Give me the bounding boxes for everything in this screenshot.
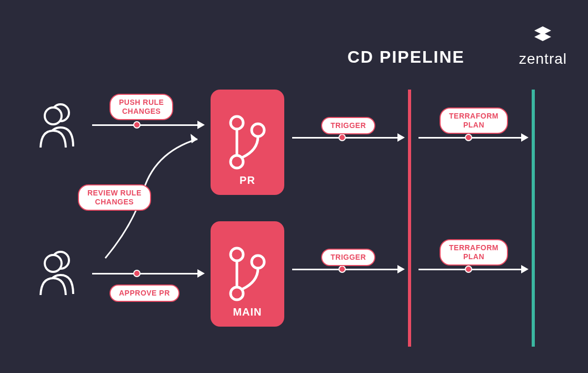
users-icon-bottom [34, 248, 79, 295]
flow-dot [465, 134, 472, 141]
flow-dot [133, 121, 141, 129]
brand-logo: zentral [519, 26, 567, 67]
arrow-head [397, 133, 405, 142]
zentral-logo-icon [530, 26, 555, 47]
label-trigger-2: TRIGGER [321, 249, 375, 266]
svg-point-9 [231, 287, 243, 300]
svg-point-5 [252, 124, 264, 136]
svg-point-6 [231, 155, 243, 168]
arrow-head [397, 265, 405, 273]
git-pr-card: PR [211, 90, 284, 195]
git-pr-label: PR [240, 174, 255, 186]
git-main-card: MAIN [211, 221, 284, 327]
flow-dot [338, 134, 346, 141]
label-trigger-1: TRIGGER [321, 117, 375, 134]
stage-divider-red [408, 90, 411, 347]
svg-point-7 [231, 248, 243, 261]
label-approve: APPROVE PR [109, 284, 180, 302]
users-icon-top [34, 100, 79, 148]
arrow-head [197, 121, 205, 129]
svg-point-4 [231, 116, 243, 129]
svg-marker-10 [191, 134, 197, 143]
label-tfplan-1: TERRAFORM PLAN [440, 107, 508, 134]
stage-divider-teal [532, 90, 535, 347]
page-title: CD PIPELINE [347, 47, 465, 67]
git-branch-icon [226, 245, 268, 303]
label-tfplan-2: TERRAFORM PLAN [440, 239, 508, 266]
svg-point-3 [45, 255, 62, 272]
flow-dot [338, 266, 346, 273]
svg-point-8 [252, 256, 264, 268]
label-review: REVIEW RULE CHANGES [78, 184, 151, 211]
arrow-head [521, 265, 529, 273]
git-branch-icon [226, 113, 268, 171]
flow-dot [465, 266, 472, 273]
brand-name: zentral [519, 51, 567, 67]
svg-point-1 [45, 107, 62, 124]
git-main-label: MAIN [233, 306, 262, 318]
arrow-push [92, 124, 197, 126]
label-push: PUSH RULE CHANGES [109, 94, 173, 120]
diagram-canvas: CD PIPELINE zentral [0, 0, 588, 373]
arrow-head [521, 133, 529, 142]
